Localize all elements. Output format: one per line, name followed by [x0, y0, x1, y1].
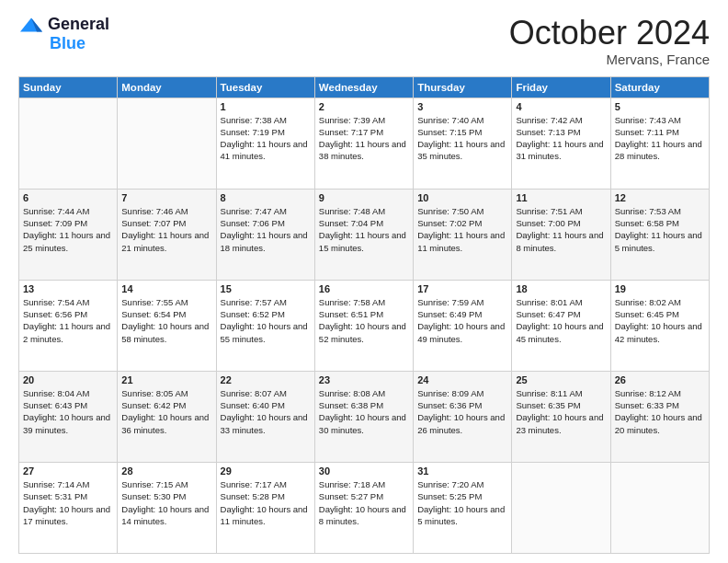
day-info: Sunrise: 7:54 AMSunset: 6:56 PMDaylight:…: [23, 296, 113, 345]
calendar-cell: 12Sunrise: 7:53 AMSunset: 6:58 PMDayligh…: [610, 189, 709, 280]
sunrise: Sunrise: 8:07 AM: [221, 388, 287, 398]
daylight: Daylight: 11 hours and 21 minutes.: [121, 230, 209, 252]
calendar-cell: 16Sunrise: 7:58 AMSunset: 6:51 PMDayligh…: [314, 280, 413, 371]
calendar-cell: 21Sunrise: 8:05 AMSunset: 6:42 PMDayligh…: [118, 371, 216, 462]
day-number: 24: [417, 374, 507, 385]
logo: General Blue: [18, 15, 109, 53]
month-title: October 2024: [509, 15, 710, 52]
day-info: Sunrise: 7:39 AMSunset: 7:17 PMDaylight:…: [319, 114, 409, 163]
day-info: Sunrise: 7:51 AMSunset: 7:00 PMDaylight:…: [516, 205, 606, 254]
logo-general: General: [48, 15, 109, 34]
day-info: Sunrise: 7:59 AMSunset: 6:49 PMDaylight:…: [417, 296, 507, 345]
day-number: 15: [221, 283, 311, 294]
day-info: Sunrise: 8:08 AMSunset: 6:38 PMDaylight:…: [319, 387, 409, 436]
weekday-header-thursday: Thursday: [414, 76, 512, 98]
sunset: Sunset: 6:45 PM: [615, 309, 679, 319]
day-number: 29: [221, 465, 311, 477]
sunrise: Sunrise: 8:02 AM: [615, 297, 681, 307]
sunset: Sunset: 6:40 PM: [221, 400, 285, 410]
daylight: Daylight: 10 hours and 17 minutes.: [23, 504, 110, 526]
day-info: Sunrise: 7:17 AMSunset: 5:28 PMDaylight:…: [221, 478, 311, 527]
daylight: Daylight: 11 hours and 31 minutes.: [516, 139, 603, 161]
daylight: Daylight: 10 hours and 14 minutes.: [121, 504, 209, 526]
sunset: Sunset: 6:52 PM: [221, 309, 285, 319]
calendar-cell: 24Sunrise: 8:09 AMSunset: 6:36 PMDayligh…: [414, 371, 512, 462]
sunrise: Sunrise: 7:14 AM: [23, 479, 89, 489]
sunrise: Sunrise: 7:42 AM: [516, 115, 582, 125]
logo-blue: Blue: [50, 34, 85, 53]
calendar-cell: 6Sunrise: 7:44 AMSunset: 7:09 PMDaylight…: [19, 189, 118, 280]
weekday-header-wednesday: Wednesday: [314, 76, 413, 98]
weekday-header-monday: Monday: [118, 76, 216, 98]
week-row-3: 13Sunrise: 7:54 AMSunset: 6:56 PMDayligh…: [19, 280, 710, 371]
week-row-5: 27Sunrise: 7:14 AMSunset: 5:31 PMDayligh…: [19, 462, 710, 553]
weekday-header-sunday: Sunday: [19, 76, 118, 98]
sunset: Sunset: 7:19 PM: [221, 127, 285, 137]
sunrise: Sunrise: 7:55 AM: [121, 297, 188, 307]
daylight: Daylight: 11 hours and 15 minutes.: [319, 230, 406, 252]
calendar-cell: 23Sunrise: 8:08 AMSunset: 6:38 PMDayligh…: [314, 371, 413, 462]
sunrise: Sunrise: 7:40 AM: [417, 115, 483, 125]
weekday-header-tuesday: Tuesday: [216, 76, 314, 98]
day-number: 1: [221, 101, 311, 112]
sunset: Sunset: 6:54 PM: [121, 309, 186, 319]
calendar-cell: 8Sunrise: 7:47 AMSunset: 7:06 PMDaylight…: [216, 189, 314, 280]
day-number: 22: [221, 374, 311, 385]
calendar-cell: 18Sunrise: 8:01 AMSunset: 6:47 PMDayligh…: [512, 280, 610, 371]
day-number: 18: [516, 283, 606, 294]
daylight: Daylight: 11 hours and 5 minutes.: [615, 230, 702, 252]
sunrise: Sunrise: 7:46 AM: [121, 206, 188, 216]
daylight: Daylight: 11 hours and 8 minutes.: [516, 230, 603, 252]
daylight: Daylight: 10 hours and 26 minutes.: [417, 412, 505, 434]
calendar-cell: [610, 462, 709, 553]
sunset: Sunset: 6:56 PM: [23, 309, 87, 319]
day-number: 4: [516, 101, 606, 112]
sunrise: Sunrise: 8:04 AM: [23, 388, 89, 398]
day-info: Sunrise: 7:57 AMSunset: 6:52 PMDaylight:…: [221, 296, 311, 345]
calendar-cell: 10Sunrise: 7:50 AMSunset: 7:02 PMDayligh…: [414, 189, 512, 280]
calendar-cell: 22Sunrise: 8:07 AMSunset: 6:40 PMDayligh…: [216, 371, 314, 462]
calendar-cell: 9Sunrise: 7:48 AMSunset: 7:04 PMDaylight…: [314, 189, 413, 280]
sunrise: Sunrise: 7:57 AM: [221, 297, 287, 307]
day-number: 11: [516, 192, 606, 203]
day-info: Sunrise: 7:48 AMSunset: 7:04 PMDaylight:…: [319, 205, 409, 254]
day-info: Sunrise: 7:42 AMSunset: 7:13 PMDaylight:…: [516, 114, 606, 163]
day-number: 10: [417, 192, 507, 203]
day-info: Sunrise: 8:12 AMSunset: 6:33 PMDaylight:…: [615, 387, 705, 436]
day-number: 6: [23, 192, 113, 203]
calendar-cell: 28Sunrise: 7:15 AMSunset: 5:30 PMDayligh…: [118, 462, 216, 553]
logo-icon: [18, 17, 44, 33]
day-info: Sunrise: 7:40 AMSunset: 7:15 PMDaylight:…: [417, 114, 507, 163]
day-info: Sunrise: 7:14 AMSunset: 5:31 PMDaylight:…: [23, 478, 113, 527]
sunset: Sunset: 7:06 PM: [221, 218, 285, 228]
day-number: 8: [221, 192, 311, 203]
daylight: Daylight: 10 hours and 39 minutes.: [23, 412, 110, 434]
day-number: 21: [121, 374, 211, 385]
daylight: Daylight: 11 hours and 11 minutes.: [417, 230, 505, 252]
sunrise: Sunrise: 7:50 AM: [417, 206, 483, 216]
sunset: Sunset: 7:00 PM: [516, 218, 580, 228]
sunset: Sunset: 7:07 PM: [121, 218, 186, 228]
day-number: 26: [615, 374, 705, 385]
day-number: 16: [319, 283, 409, 294]
day-info: Sunrise: 8:04 AMSunset: 6:43 PMDaylight:…: [23, 387, 113, 436]
calendar-cell: 20Sunrise: 8:04 AMSunset: 6:43 PMDayligh…: [19, 371, 118, 462]
location: Mervans, France: [509, 52, 710, 67]
day-number: 19: [615, 283, 705, 294]
sunrise: Sunrise: 7:59 AM: [417, 297, 483, 307]
calendar-cell: 1Sunrise: 7:38 AMSunset: 7:19 PMDaylight…: [216, 98, 314, 189]
daylight: Daylight: 10 hours and 42 minutes.: [615, 321, 702, 343]
page: General Blue October 2024 Mervans, Franc…: [0, 0, 728, 563]
title-area: October 2024 Mervans, France: [509, 15, 710, 67]
calendar-cell: [118, 98, 216, 189]
day-number: 31: [417, 465, 507, 477]
daylight: Daylight: 10 hours and 33 minutes.: [221, 412, 308, 434]
sunrise: Sunrise: 7:18 AM: [319, 479, 385, 489]
calendar-cell: [512, 462, 610, 553]
day-info: Sunrise: 7:47 AMSunset: 7:06 PMDaylight:…: [221, 205, 311, 254]
daylight: Daylight: 11 hours and 28 minutes.: [615, 139, 702, 161]
day-info: Sunrise: 7:58 AMSunset: 6:51 PMDaylight:…: [319, 296, 409, 345]
sunrise: Sunrise: 7:51 AM: [516, 206, 582, 216]
calendar-cell: 26Sunrise: 8:12 AMSunset: 6:33 PMDayligh…: [610, 371, 709, 462]
daylight: Daylight: 10 hours and 5 minutes.: [417, 504, 505, 526]
